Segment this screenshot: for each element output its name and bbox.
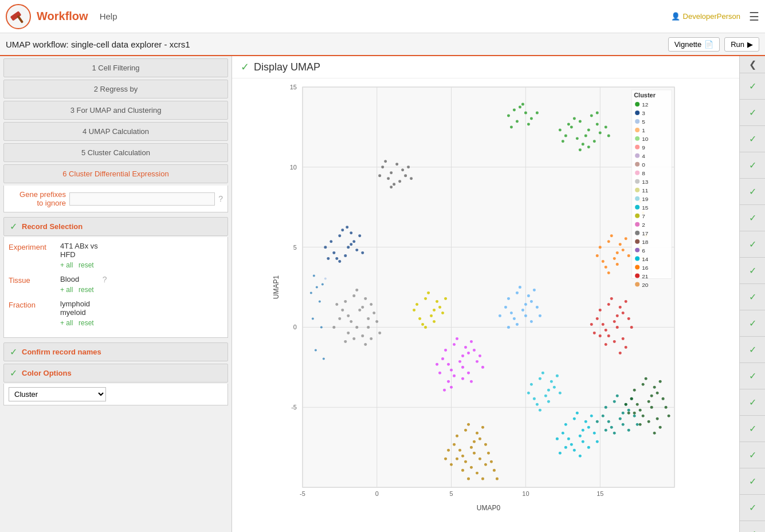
gene-prefixes-help-icon[interactable]: ? bbox=[218, 194, 223, 203]
svg-point-162 bbox=[533, 289, 536, 291]
svg-point-297 bbox=[461, 469, 464, 472]
svg-point-240 bbox=[587, 426, 590, 429]
svg-point-168 bbox=[507, 326, 510, 329]
svg-point-351 bbox=[635, 188, 640, 192]
svg-point-236 bbox=[576, 412, 579, 415]
svg-point-234 bbox=[582, 429, 584, 432]
fraction-all-link[interactable]: + all bbox=[60, 319, 73, 327]
right-panel-collapse-arrow[interactable]: ❮ bbox=[740, 56, 765, 73]
record-selection-header[interactable]: ✓ Record Selection bbox=[3, 217, 228, 236]
svg-point-295 bbox=[470, 466, 473, 469]
svg-point-79 bbox=[401, 168, 404, 171]
rp-check-1[interactable]: ✓ bbox=[740, 73, 765, 100]
svg-point-116 bbox=[418, 317, 421, 320]
rp-check-7[interactable]: ✓ bbox=[740, 231, 765, 258]
svg-point-225 bbox=[613, 432, 616, 435]
svg-point-105 bbox=[338, 317, 341, 320]
umap-plot[interactable]: 15 10 5 0 -5 -5 0 5 10 15 UMAP1 UMAP0 bbox=[238, 81, 733, 527]
svg-point-247 bbox=[587, 446, 590, 449]
record-selection-check-icon: ✓ bbox=[10, 221, 17, 232]
rp-check-4[interactable]: ✓ bbox=[740, 152, 765, 179]
svg-point-122 bbox=[413, 309, 415, 312]
svg-text:19: 19 bbox=[642, 196, 649, 202]
rp-check-9[interactable]: ✓ bbox=[740, 284, 765, 310]
svg-point-293 bbox=[487, 452, 490, 455]
step3[interactable]: 3 For UMAP and Clustering bbox=[3, 101, 228, 120]
svg-text:1: 1 bbox=[642, 127, 645, 133]
svg-point-101 bbox=[335, 303, 338, 306]
color-options-header[interactable]: ✓ Color Options bbox=[3, 364, 228, 383]
step2[interactable]: 2 Regress by bbox=[3, 80, 228, 98]
svg-point-254 bbox=[650, 395, 653, 397]
rp-check-17[interactable]: ✓ bbox=[740, 495, 765, 521]
svg-point-237 bbox=[584, 420, 587, 423]
svg-point-166 bbox=[499, 314, 501, 317]
gene-prefixes-area: Gene prefixes to ignore ? bbox=[3, 186, 228, 212]
rp-check-16[interactable]: ✓ bbox=[740, 468, 765, 495]
tissue-label: Tissue bbox=[9, 275, 60, 285]
svg-point-164 bbox=[524, 314, 527, 317]
fraction-value1: lymphoid bbox=[60, 300, 223, 308]
tissue-all-link[interactable]: + all bbox=[60, 286, 73, 294]
svg-point-35 bbox=[527, 123, 530, 125]
svg-text:5: 5 bbox=[450, 490, 453, 497]
rp-check-18[interactable]: ✓ bbox=[740, 521, 765, 532]
rp-check-2[interactable]: ✓ bbox=[740, 100, 765, 126]
vignette-button[interactable]: Vignette 📄 bbox=[668, 37, 720, 52]
run-button[interactable]: Run ▶ bbox=[724, 37, 759, 52]
rp-check-15[interactable]: ✓ bbox=[740, 442, 765, 468]
svg-point-207 bbox=[599, 334, 602, 337]
gene-prefixes-input[interactable] bbox=[69, 192, 215, 206]
svg-point-353 bbox=[635, 196, 640, 201]
rp-check-3[interactable]: ✓ bbox=[740, 126, 765, 152]
step1[interactable]: 1 Cell Filtering bbox=[3, 58, 228, 77]
svg-point-121 bbox=[438, 306, 441, 309]
rp-check-6[interactable]: ✓ bbox=[740, 205, 765, 231]
experiment-all-link[interactable]: + all bbox=[60, 261, 73, 269]
svg-text:6: 6 bbox=[642, 247, 645, 254]
color-options-dropdown[interactable]: Cluster Cell Type Experiment Tissue bbox=[9, 387, 106, 401]
svg-point-259 bbox=[648, 400, 650, 403]
tissue-reset-link[interactable]: reset bbox=[79, 286, 94, 294]
svg-point-280 bbox=[467, 423, 470, 426]
svg-text:3: 3 bbox=[642, 110, 645, 116]
fraction-reset-link[interactable]: reset bbox=[79, 319, 94, 327]
rp-check-14[interactable]: ✓ bbox=[740, 416, 765, 442]
svg-point-195 bbox=[610, 297, 613, 300]
svg-point-93 bbox=[364, 297, 367, 300]
vignette-icon: 📄 bbox=[704, 40, 713, 49]
svg-point-136 bbox=[441, 357, 444, 360]
svg-point-128 bbox=[453, 343, 456, 346]
svg-point-328 bbox=[323, 357, 325, 360]
step5[interactable]: 5 Cluster Calculation bbox=[3, 143, 228, 162]
svg-point-249 bbox=[596, 440, 599, 443]
svg-point-229 bbox=[627, 429, 630, 432]
svg-point-143 bbox=[447, 380, 450, 383]
rp-check-8[interactable]: ✓ bbox=[740, 258, 765, 284]
rp-check-12[interactable]: ✓ bbox=[740, 363, 765, 389]
svg-point-303 bbox=[481, 478, 484, 480]
confirm-record-names-header[interactable]: ✓ Confirm record names bbox=[3, 342, 228, 361]
hamburger-menu-icon[interactable]: ☰ bbox=[749, 10, 759, 23]
svg-point-43 bbox=[576, 137, 579, 140]
svg-point-177 bbox=[613, 257, 616, 260]
nav-help-link[interactable]: Help bbox=[100, 11, 117, 21]
svg-point-53 bbox=[587, 145, 590, 148]
svg-point-304 bbox=[467, 478, 470, 480]
rp-check-5[interactable]: ✓ bbox=[740, 179, 765, 205]
color-options-title: Color Options bbox=[22, 369, 72, 377]
rp-check-10[interactable]: ✓ bbox=[740, 310, 765, 337]
svg-point-315 bbox=[556, 375, 559, 377]
step6[interactable]: 6 Cluster Differential Expression bbox=[3, 164, 228, 183]
rp-check-11[interactable]: ✓ bbox=[740, 337, 765, 363]
svg-point-208 bbox=[630, 326, 633, 329]
experiment-reset-link[interactable]: reset bbox=[79, 261, 94, 269]
svg-point-126 bbox=[441, 312, 444, 314]
svg-point-147 bbox=[478, 354, 481, 357]
svg-point-310 bbox=[550, 380, 553, 383]
step4[interactable]: 4 UMAP Calculation bbox=[3, 122, 228, 141]
svg-point-204 bbox=[627, 317, 630, 320]
tissue-help-icon[interactable]: ? bbox=[103, 275, 107, 284]
rp-check-13[interactable]: ✓ bbox=[740, 389, 765, 416]
svg-point-300 bbox=[493, 469, 496, 472]
